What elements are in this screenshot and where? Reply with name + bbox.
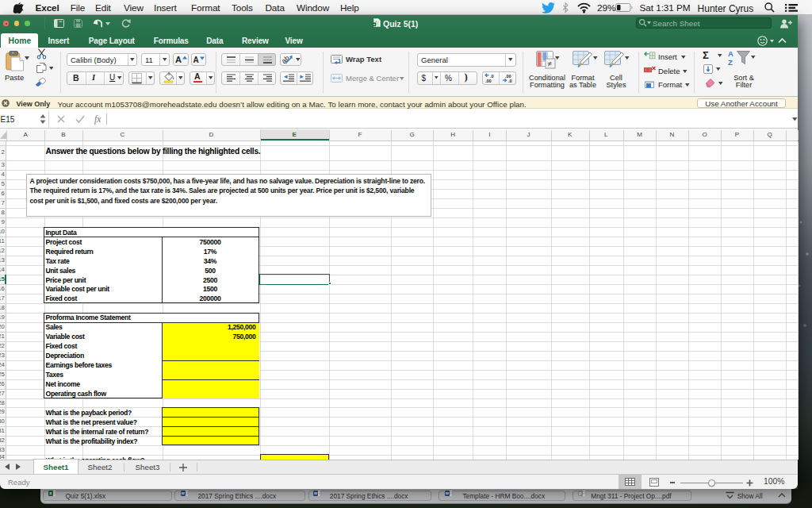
svg-text:.00: .00	[485, 79, 492, 83]
svg-text:.0: .0	[508, 79, 512, 83]
svg-text:≠: ≠	[548, 60, 553, 68]
